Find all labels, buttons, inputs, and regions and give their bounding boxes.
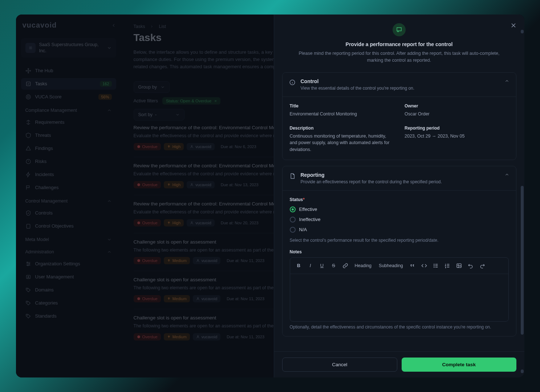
chevron-up-icon: [504, 78, 509, 83]
report-icon: [393, 23, 406, 36]
close-icon: [510, 22, 517, 29]
info-icon: [289, 79, 296, 86]
field-period-label: Reporting period: [405, 126, 509, 131]
drawer-subtitle: Please mind the reporting period for thi…: [297, 50, 501, 64]
field-owner-value: Oscar Order: [405, 111, 509, 118]
reporting-card-sub: Provide an effectiveness report for the …: [301, 179, 499, 184]
notes-textarea[interactable]: [290, 274, 508, 321]
scrollbar-track: [521, 30, 524, 373]
radio-label: Effective: [299, 207, 317, 212]
radio-effective[interactable]: Effective: [290, 204, 509, 215]
reporting-card-header[interactable]: Reporting Provide an effectiveness repor…: [283, 166, 516, 191]
radio-dot-icon: [290, 217, 296, 222]
document-icon: [289, 173, 296, 179]
heading-button[interactable]: Heading: [352, 261, 375, 271]
reporting-card-title: Reporting: [301, 172, 499, 178]
radio-dot-icon: [290, 207, 296, 212]
undo-button[interactable]: [466, 261, 476, 271]
quote-button[interactable]: [407, 261, 418, 271]
app-window: vucavoid ⊞ SaaS Superstructures Group, I…: [16, 15, 524, 377]
radio-na[interactable]: N/A: [290, 225, 509, 235]
notes-help: Optionally, detail the effectiveness and…: [290, 324, 509, 330]
radio-ineffective[interactable]: Ineffective: [290, 215, 509, 225]
radio-dot-icon: [290, 227, 296, 233]
bullet-list-button[interactable]: [431, 261, 441, 271]
editor-toolbar: B I U S Heading Subheading: [290, 258, 508, 274]
svg-point-35: [458, 265, 459, 266]
bold-button[interactable]: B: [294, 261, 304, 271]
control-card-header[interactable]: Control View the essential details of th…: [283, 73, 516, 97]
subheading-button[interactable]: Subheading: [376, 261, 406, 271]
code-button[interactable]: [419, 261, 429, 271]
scrollbar-arrow-down[interactable]: [521, 369, 524, 373]
image-icon: [456, 263, 462, 269]
cancel-button[interactable]: Cancel: [282, 358, 398, 372]
number-list-button[interactable]: [442, 261, 452, 271]
redo-button[interactable]: [477, 261, 487, 271]
list-icon: [433, 263, 439, 269]
field-period-value: 2023, Oct 29 → 2023, Nov 05: [405, 133, 509, 140]
chevron-up-icon: [504, 172, 509, 177]
field-owner-label: Owner: [405, 103, 509, 109]
field-desc-label: Description: [290, 126, 394, 131]
drawer-footer: Cancel Complete task: [274, 351, 524, 377]
code-icon: [421, 263, 427, 269]
close-button[interactable]: [510, 22, 517, 29]
control-card-sub: View the essential details of the contro…: [301, 86, 499, 91]
strike-button[interactable]: S: [329, 261, 339, 271]
link-button[interactable]: [340, 261, 350, 271]
reporting-card: Reporting Provide an effectiveness repor…: [282, 166, 516, 336]
svg-point-31: [434, 264, 434, 264]
radio-label: N/A: [299, 227, 307, 232]
control-card: Control View the essential details of th…: [282, 72, 516, 160]
italic-button[interactable]: I: [305, 261, 316, 271]
quote-icon: [410, 263, 415, 269]
complete-task-button[interactable]: Complete task: [402, 358, 516, 372]
status-label: Status*: [290, 197, 509, 202]
image-button[interactable]: [454, 261, 464, 271]
underline-button[interactable]: U: [317, 261, 327, 271]
field-title-value: Environmental Control Monitoring: [290, 111, 394, 118]
redo-icon: [479, 263, 485, 269]
drawer-title: Provide a performance report for the con…: [282, 41, 516, 47]
control-card-title: Control: [301, 78, 499, 84]
undo-icon: [468, 263, 474, 269]
field-title-label: Title: [290, 103, 394, 109]
field-desc-value: Continuous monitoring of temperature, hu…: [290, 133, 394, 153]
ordered-list-icon: [444, 263, 450, 269]
link-icon: [342, 263, 348, 269]
status-help: Select the control's performance result …: [290, 238, 509, 243]
notes-label: Notes: [290, 249, 509, 254]
svg-point-33: [434, 267, 434, 267]
radio-label: Ineffective: [299, 217, 321, 222]
drawer-panel: Provide a performance report for the con…: [274, 15, 524, 377]
scrollbar-thumb[interactable]: [521, 186, 524, 335]
svg-point-32: [434, 265, 434, 266]
notes-editor: B I U S Heading Subheading: [290, 257, 509, 322]
scrollbar-arrow-up[interactable]: [521, 30, 524, 33]
